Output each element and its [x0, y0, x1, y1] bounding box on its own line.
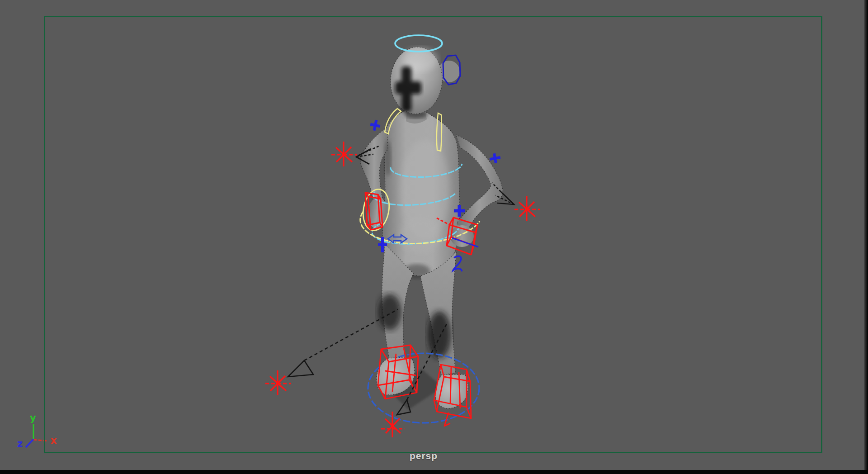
- arm-crease-shadow: [384, 140, 392, 176]
- axis-y-label: y: [30, 412, 36, 423]
- pole-vector-right-elbow: [514, 196, 540, 221]
- axis-x-label: x: [51, 435, 57, 446]
- window-edge-right: [864, 0, 868, 474]
- viewport-canvas: y x z: [0, 0, 868, 474]
- maya-viewport[interactable]: y x z persp: [0, 0, 868, 474]
- left-knee-shadow: [378, 294, 401, 330]
- axis-z-label: z: [17, 438, 23, 449]
- pole-vector-left-elbow: [331, 142, 357, 166]
- handle-right-arm: [489, 152, 501, 164]
- axis-gizmo: y x z: [17, 412, 57, 449]
- belly-highlight: [400, 217, 441, 253]
- axis-x-line: [33, 440, 48, 441]
- pole-vector-right-knee: [381, 412, 405, 437]
- window-edge-bottom: [0, 470, 868, 474]
- right-arm-mesh: [456, 135, 503, 232]
- axis-z-line: [26, 439, 33, 447]
- pole-vector-left-knee: [265, 370, 291, 395]
- handle-left-shoulder: [369, 119, 382, 132]
- right-shin-shadow: [428, 311, 451, 358]
- camera-name-label: persp: [396, 450, 451, 461]
